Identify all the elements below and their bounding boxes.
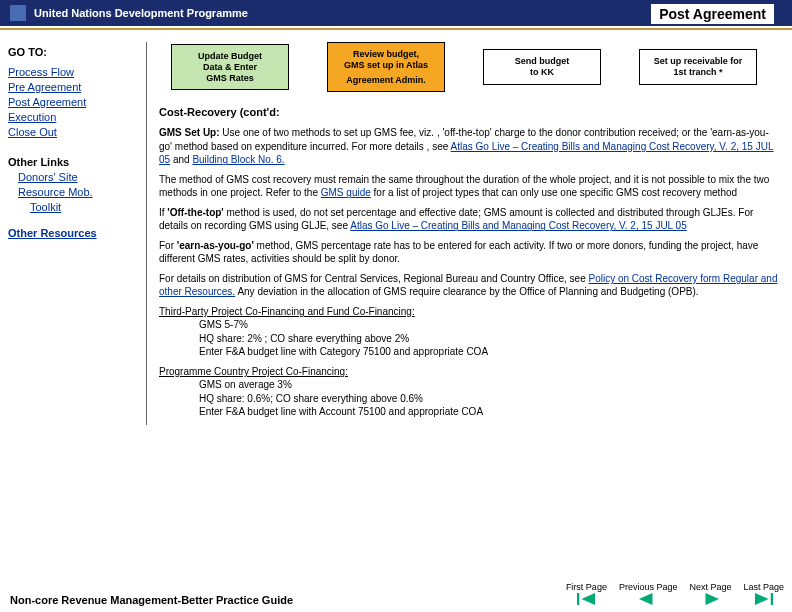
flow-box-review-budget: Review budget, GMS set up in Atlas Agree… (327, 42, 445, 92)
link-gms-guide[interactable]: GMS guide (321, 187, 371, 198)
flow-box-update-budget: Update Budget Data & Enter GMS Rates (171, 44, 289, 90)
link-donors-site[interactable]: Donors' Site (18, 171, 138, 183)
link-pre-agreement[interactable]: Pre Agreement (8, 81, 138, 93)
link-process-flow[interactable]: Process Flow (8, 66, 138, 78)
footer-title: Non-core Revenue Management-Better Pract… (10, 594, 293, 606)
para-third-party: Third-Party Project Co-Financing and Fun… (159, 305, 780, 359)
undp-logo (10, 5, 26, 21)
link-toolkit[interactable]: Toolkit (30, 201, 138, 213)
link-atlas-go-live-2[interactable]: Atlas Go Live – Creating Bills and Manag… (350, 220, 686, 231)
svg-marker-4 (755, 593, 769, 605)
flow-text: GMS set up in Atlas (336, 60, 436, 71)
previous-page-icon (639, 592, 657, 606)
flow-text: GMS Rates (180, 73, 280, 84)
flow-box-send-budget: Send budget to KK (483, 49, 601, 85)
text: Enter F&A budget line with Category 7510… (199, 345, 488, 359)
text: For (159, 240, 177, 251)
gms-setup-heading: GMS Set Up: (159, 127, 220, 138)
flow-text: Agreement Admin. (336, 75, 436, 86)
text: GMS 5-7% (199, 318, 248, 332)
nav-pager: First Page Previous Page Next Page Last … (566, 582, 784, 606)
text: HQ share: 2% ; CO share everything above… (199, 332, 409, 346)
flow-text: Data & Enter (180, 62, 280, 73)
nav-label: Previous Page (619, 582, 678, 592)
nav-label: Last Page (743, 582, 784, 592)
svg-marker-1 (582, 593, 596, 605)
nav-label: Next Page (689, 582, 731, 592)
text: and (170, 154, 192, 165)
text: Enter F&A budget line with Account 75100… (199, 405, 483, 419)
bold-earn-as-you-go: 'earn-as-you-go' (177, 240, 254, 251)
svg-rect-5 (770, 593, 772, 605)
content-area: Update Budget Data & Enter GMS Rates Rev… (147, 42, 792, 425)
link-close-out[interactable]: Close Out (8, 126, 138, 138)
heading-programme-country: Programme Country Project Co-Financing: (159, 366, 348, 377)
flow-text: Set up receivable for (648, 56, 748, 67)
nav-next-page[interactable]: Next Page (689, 582, 731, 606)
para-programme-country: Programme Country Project Co-Financing: … (159, 365, 780, 419)
heading-cost-recovery: Cost-Recovery (cont'd: (159, 106, 780, 118)
para-earn-as-you-go: For 'earn-as-you-go' method, GMS percent… (159, 239, 780, 266)
para-off-the-top: If 'Off-the-top' method is used, do not … (159, 206, 780, 233)
link-execution[interactable]: Execution (8, 111, 138, 123)
link-post-agreement[interactable]: Post Agreement (8, 96, 138, 108)
link-building-block-6[interactable]: Building Block No. 6. (192, 154, 284, 165)
text: For details on distribution of GMS for C… (159, 273, 588, 284)
sidebar: GO TO: Process Flow Pre Agreement Post A… (0, 42, 147, 425)
flow-text: 1st tranch * (648, 67, 748, 78)
link-resource-mob[interactable]: Resource Mob. (18, 186, 138, 198)
flow-text: Update Budget (180, 51, 280, 62)
svg-rect-0 (577, 593, 579, 605)
text: GMS on average 3% (199, 378, 292, 392)
page-title: Post Agreement (651, 4, 774, 24)
goto-heading: GO TO: (8, 46, 138, 58)
org-name: United Nations Development Programme (34, 7, 248, 19)
flow-row: Update Budget Data & Enter GMS Rates Rev… (159, 42, 780, 102)
para-method: The method of GMS cost recovery must rem… (159, 173, 780, 200)
nav-last-page[interactable]: Last Page (743, 582, 784, 606)
nav-label: First Page (566, 582, 607, 592)
nav-first-page[interactable]: First Page (566, 582, 607, 606)
first-page-icon (577, 592, 595, 606)
link-other-resources[interactable]: Other Resources (8, 227, 138, 239)
other-links-heading: Other Links (8, 156, 138, 168)
svg-marker-2 (639, 593, 653, 605)
nav-previous-page[interactable]: Previous Page (619, 582, 678, 606)
flow-box-receivable: Set up receivable for 1st tranch * (639, 49, 757, 85)
text: HQ share: 0.6%; CO share everything abov… (199, 392, 423, 406)
text: for a list of project types that can onl… (371, 187, 737, 198)
flow-text: to KK (492, 67, 592, 78)
next-page-icon (701, 592, 719, 606)
bold-off-the-top: 'Off-the-top' (167, 207, 223, 218)
heading-third-party: Third-Party Project Co-Financing and Fun… (159, 306, 415, 317)
svg-marker-3 (706, 593, 720, 605)
text: Any deviation in the allocation of GMS r… (235, 286, 698, 297)
para-gms-setup: GMS Set Up: Use one of two methods to se… (159, 126, 780, 167)
flow-text: Send budget (492, 56, 592, 67)
para-distribution: For details on distribution of GMS for C… (159, 272, 780, 299)
flow-text: Review budget, (336, 49, 436, 60)
last-page-icon (755, 592, 773, 606)
